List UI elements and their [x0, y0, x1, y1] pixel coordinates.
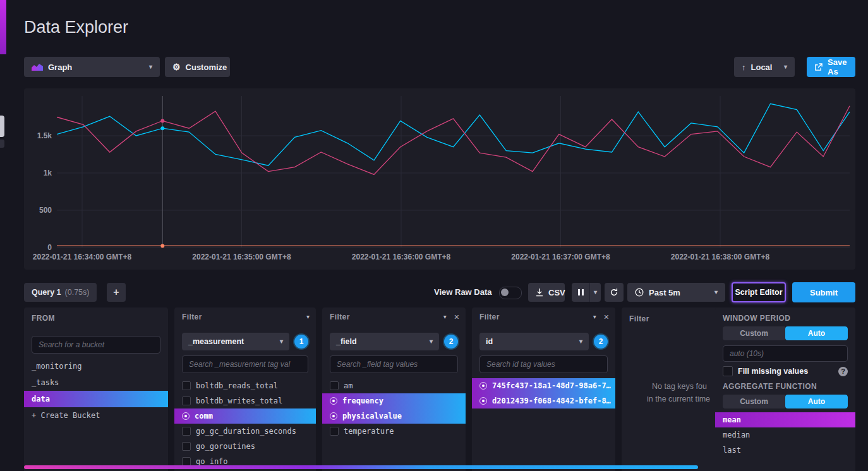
- pause-button[interactable]: [572, 283, 589, 302]
- builder-horizontal-scrollbar[interactable]: [24, 465, 698, 469]
- filter-panel-id: Filter ▾ × id ▾ 2 745fc437-18a1-48d7-98a…: [472, 307, 615, 471]
- panel-handle[interactable]: [0, 116, 4, 137]
- local-label: Local: [751, 63, 773, 72]
- remove-filter-button[interactable]: ×: [454, 313, 459, 321]
- bucket-label: _tasks: [32, 378, 59, 387]
- window-period-auto-button[interactable]: Auto: [785, 326, 848, 340]
- panel-handle-secondary[interactable]: [0, 140, 4, 148]
- time-range-label: Past 5m: [649, 288, 680, 297]
- tag-value-label: 745fc437-18a1-48d7-98a6-7…: [492, 381, 611, 390]
- filter-panel-measurement: Filter ▾ _measurement ▾ 1 boltdb_reads_t…: [174, 307, 316, 471]
- aggregate-function-item[interactable]: median: [715, 427, 855, 443]
- graph-icon: [32, 63, 43, 71]
- tag-key-label: _measurement: [188, 337, 244, 346]
- tag-key-dropdown[interactable]: id ▾: [479, 333, 589, 350]
- time-series-chart[interactable]: 05001k1.5k2022-01-21 16:34:00 GMT+82022-…: [24, 88, 855, 270]
- chevron-down-icon: ▾: [714, 289, 718, 295]
- tag-value-search-input[interactable]: [182, 355, 308, 373]
- view-type-dropdown[interactable]: Graph ▾: [24, 57, 160, 77]
- bucket-search-input[interactable]: [32, 336, 160, 354]
- aggregate-auto-button[interactable]: Auto: [785, 395, 848, 408]
- pause-dropdown[interactable]: ▾: [589, 283, 601, 302]
- remove-filter-button[interactable]: ×: [604, 313, 609, 321]
- tag-value-label: boltdb_writes_total: [196, 396, 282, 405]
- app-root: Data Explorer Graph ▾ ⚙ Customize ↑ Loca…: [0, 0, 868, 471]
- window-period-custom-button[interactable]: Custom: [723, 326, 785, 340]
- svg-text:500: 500: [39, 206, 52, 215]
- tag-value-item[interactable]: go_goroutines: [174, 439, 316, 454]
- tag-value-item[interactable]: 745fc437-18a1-48d7-98a6-7…: [472, 378, 615, 393]
- tag-value-search-input[interactable]: [330, 355, 458, 373]
- save-as-button[interactable]: Save As: [807, 57, 855, 77]
- fill-missing-checkbox[interactable]: [723, 366, 733, 376]
- aggregate-function-label: last: [723, 446, 741, 455]
- chevron-down-icon[interactable]: ▾: [593, 314, 596, 320]
- tag-value-item[interactable]: physicalvalue: [322, 408, 466, 424]
- filter-title: Filter: [182, 313, 202, 321]
- svg-text:1.5k: 1.5k: [37, 131, 52, 140]
- svg-text:2022-01-21 16:35:00 GMT+8: 2022-01-21 16:35:00 GMT+8: [192, 253, 291, 261]
- page-title: Data Explorer: [24, 18, 128, 37]
- view-raw-data-label: View Raw Data: [434, 287, 492, 297]
- svg-text:2022-01-21 16:36:00 GMT+8: 2022-01-21 16:36:00 GMT+8: [352, 253, 451, 261]
- chevron-down-icon[interactable]: ▾: [306, 314, 310, 320]
- customize-label: Customize: [186, 63, 227, 72]
- tag-key-dropdown[interactable]: _field ▾: [330, 333, 439, 350]
- checkbox-icon: [182, 381, 191, 390]
- chart-panel: 05001k1.5k2022-01-21 16:34:00 GMT+82022-…: [24, 88, 855, 270]
- filter-title: Filter: [330, 313, 350, 321]
- script-editor-button[interactable]: Script Editor: [732, 282, 786, 302]
- tag-key-dropdown[interactable]: _measurement ▾: [182, 333, 289, 350]
- tag-value-label: comm: [195, 412, 213, 420]
- tag-value-item[interactable]: go_gc_duration_seconds: [174, 424, 316, 439]
- selected-count-badge: 2: [444, 335, 458, 349]
- help-icon[interactable]: ?: [838, 367, 848, 376]
- aggregate-function-label: median: [723, 431, 750, 439]
- clock-icon: [635, 288, 644, 297]
- bucket-item[interactable]: _monitoring: [24, 358, 168, 374]
- tag-value-search-input[interactable]: [479, 355, 608, 373]
- tag-value-label: boltdb_reads_total: [196, 381, 278, 390]
- tag-value-item[interactable]: frequency: [322, 393, 466, 408]
- aggregate-custom-button[interactable]: Custom: [723, 395, 785, 408]
- bucket-item[interactable]: _tasks: [24, 374, 168, 391]
- aggregate-function-item[interactable]: last: [715, 443, 855, 458]
- customize-button[interactable]: ⚙ Customize: [165, 57, 230, 77]
- tag-key-label: id: [486, 337, 493, 346]
- empty-filter-message: in the current time: [647, 395, 710, 403]
- csv-button[interactable]: CSV: [528, 283, 565, 302]
- bucket-label: data: [32, 395, 50, 403]
- nav-accent-bar: [0, 0, 6, 54]
- tag-value-label: frequency: [342, 396, 383, 405]
- bucket-item[interactable]: data: [24, 391, 168, 407]
- add-query-button[interactable]: +: [107, 283, 126, 302]
- tag-value-item[interactable]: am: [322, 378, 466, 393]
- local-dropdown[interactable]: ↑ Local ▾: [734, 57, 795, 77]
- save-as-icon: [814, 63, 823, 71]
- aggregate-function-item[interactable]: mean: [715, 412, 855, 427]
- query-tab-label: Query 1: [32, 288, 61, 297]
- tag-value-label: d2012439-f068-4842-bfef-8…: [492, 396, 611, 405]
- tag-value-item[interactable]: comm: [174, 408, 316, 424]
- from-panel: FROM _monitoring _tasks data + Create Bu…: [24, 307, 168, 471]
- window-period-input[interactable]: [723, 345, 848, 362]
- tag-value-item[interactable]: temperature: [322, 424, 466, 439]
- selected-dot-icon: [479, 382, 487, 390]
- refresh-button[interactable]: [605, 283, 624, 302]
- svg-text:2022-01-21 16:34:00 GMT+8: 2022-01-21 16:34:00 GMT+8: [33, 253, 132, 261]
- create-bucket-label: + Create Bucket: [32, 411, 100, 420]
- toggle-knob: [501, 289, 509, 296]
- query-duration: (0.75s): [65, 288, 90, 297]
- submit-button[interactable]: Submit: [792, 282, 855, 302]
- tag-value-item[interactable]: d2012439-f068-4842-bfef-8…: [472, 393, 615, 408]
- tag-value-item[interactable]: boltdb_reads_total: [174, 378, 316, 393]
- selected-dot-icon: [330, 397, 337, 405]
- view-raw-data-toggle[interactable]: [499, 287, 522, 299]
- checkbox-icon: [182, 427, 191, 436]
- time-range-dropdown[interactable]: Past 5m ▾: [627, 283, 725, 302]
- tag-value-label: go_info: [196, 457, 228, 466]
- query-tab[interactable]: Query 1 (0.75s): [24, 283, 97, 302]
- create-bucket-button[interactable]: + Create Bucket: [24, 407, 168, 424]
- tag-value-item[interactable]: boltdb_writes_total: [174, 393, 316, 408]
- chevron-down-icon[interactable]: ▾: [443, 314, 447, 320]
